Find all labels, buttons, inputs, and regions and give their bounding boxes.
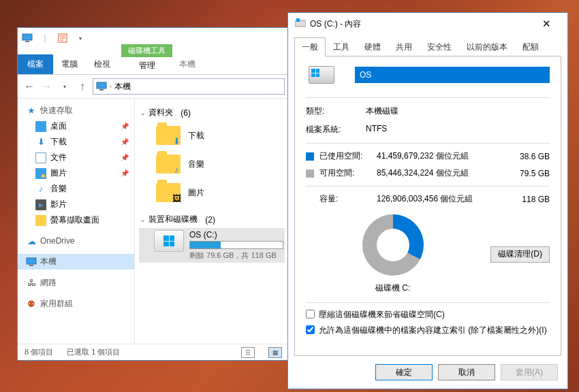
explorer-status-bar: 8 個項目 已選取 1 個項目 ☰ ▦ [18,344,289,360]
free-bytes: 85,446,324,224 個位元組 [377,167,492,179]
sidebar-onedrive[interactable]: ☁OneDrive [18,233,134,248]
picture-icon [35,168,46,179]
sidebar-homegroup[interactable]: ⚉家用群組 [18,296,134,312]
allow-indexing-checkbox[interactable] [306,325,315,334]
nav-forward-button[interactable]: → [40,79,54,94]
ribbon-contextual-label: 磁碟機工具 [121,44,172,57]
used-color-swatch [306,152,314,161]
compress-drive-checkbox-row[interactable]: 壓縮這個磁碟機來節省磁碟空間(C) [306,307,550,323]
view-icons-button[interactable]: ▦ [268,347,282,358]
properties-tab[interactable]: 一般 [294,37,326,56]
used-bytes: 41,459,679,232 個位元組 [377,150,492,162]
section-folders-header[interactable]: ⌄ 資料夾 (6) [139,104,285,121]
this-pc-icon [20,31,34,45]
section-devices-header[interactable]: ⌄ 裝置和磁碟機 (2) [139,211,285,228]
explorer-content: ⌄ 資料夾 (6) ⬇下載♪音樂🖼圖片 ⌄ 裝置和磁碟機 (2) OS (C:)… [135,99,289,344]
properties-tabs: 一般工具硬體共用安全性以前的版本配額 [288,37,567,56]
compress-drive-checkbox[interactable] [306,310,315,318]
status-item-count: 8 個項目 [25,347,53,357]
apply-button[interactable]: 套用(A) [501,364,558,380]
capacity-label: 容量: [319,193,377,205]
sidebar-item-label: 影片 [50,199,67,210]
ribbon-tab-manage[interactable]: 管理 [131,57,163,74]
ok-button[interactable]: 確定 [375,364,433,380]
allow-indexing-checkbox-row[interactable]: 允許為這個磁碟機中的檔案內容建立索引 (除了檔案屬性之外)(I) [306,323,550,338]
music-note-icon: ♪ [171,164,182,175]
explorer-sidebar: ★ 快速存取 桌面📌 ⬇下載📌 文件📌 圖片📌 ♪音樂 ▸影片 螢幕擷取畫面 ☁… [18,99,135,344]
properties-tab[interactable]: 安全性 [420,37,459,56]
drive-name-input[interactable] [355,67,550,83]
sidebar-item-screenshots[interactable]: 螢幕擷取畫面 [18,212,134,228]
properties-general-panel: 類型:本機磁碟 檔案系統:NTFS 已使用空間: 41,459,679,232 … [294,56,561,356]
folder-label: 圖片 [188,187,204,199]
dialog-titlebar[interactable]: OS (C:) - 內容 ✕ [288,13,567,35]
nav-back-button[interactable]: ← [22,79,37,94]
section-count: (6) [181,108,191,118]
svg-rect-3 [97,82,106,88]
download-icon: ⬇ [35,137,46,148]
address-location: 本機 [114,81,131,93]
down-arrow-icon: ⬇ [171,135,182,146]
folder-label: 下載 [188,130,204,142]
drive-name: OS (C:) [189,230,283,241]
sidebar-item-downloads[interactable]: ⬇下載📌 [18,134,134,150]
capacity-bytes: 126,906,003,456 個位元組 [377,193,492,205]
pin-icon: 📌 [121,138,129,146]
properties-tab[interactable]: 硬體 [357,37,388,56]
disk-cleanup-button[interactable]: 磁碟清理(D) [490,246,550,263]
desktop-icon [35,121,46,132]
ribbon-context-label: 本機 [172,52,202,74]
used-label: 已使用空間: [319,150,377,162]
svg-rect-1 [25,41,29,42]
properties-tab[interactable]: 共用 [388,37,420,56]
sidebar-label: OneDrive [40,236,75,246]
folder-item[interactable]: ⬇下載 [139,121,285,150]
sidebar-item-desktop[interactable]: 桌面📌 [18,118,134,134]
drive-icon [309,66,334,84]
sidebar-network[interactable]: 🖧網路 [18,275,134,291]
drive-item-c[interactable]: OS (C:) 剩餘 79.6 GB，共 118 GB [139,228,285,263]
donut-label: 磁碟機 C: [375,282,410,294]
sidebar-label: 家用群組 [40,298,73,310]
sidebar-item-pictures[interactable]: 圖片📌 [18,165,134,181]
ribbon-file-tab[interactable]: 檔案 [18,54,53,74]
folder-icon: ⬇ [154,123,183,148]
folder-item[interactable]: 🖼圖片 [139,178,285,207]
nav-recent-dropdown[interactable]: ▾ [57,79,72,94]
svg-rect-0 [22,34,32,40]
sidebar-item-videos[interactable]: ▸影片 [18,197,134,212]
sidebar-item-label: 圖片 [50,167,67,179]
properties-tab[interactable]: 以前的版本 [459,37,515,56]
ribbon-contextual-group: 磁碟機工具 管理 [121,44,172,74]
ribbon-tab-view[interactable]: 檢視 [86,54,119,74]
section-title: 裝置和磁碟機 [148,214,198,225]
drive-icon [154,230,184,252]
sidebar-this-pc[interactable]: 本機 [18,254,134,270]
sidebar-item-label: 桌面 [50,120,67,132]
used-space-row: 已使用空間: 41,459,679,232 個位元組 38.6 GB [306,148,550,165]
status-selection: 已選取 1 個項目 [67,347,120,357]
address-field[interactable]: › 本機 [93,78,285,95]
type-label: 類型: [306,105,366,117]
picture-icon: 🖼 [171,193,182,203]
sidebar-item-label: 下載 [50,136,67,148]
close-button[interactable]: ✕ [532,14,561,34]
sidebar-item-label: 音樂 [50,183,67,195]
used-gb: 38.6 GB [492,152,550,161]
folder-item[interactable]: ♪音樂 [139,150,285,178]
sidebar-quick-access[interactable]: ★ 快速存取 [18,103,134,118]
properties-tab[interactable]: 工具 [326,37,357,56]
nav-up-button[interactable]: ↑ [75,79,90,94]
sidebar-item-documents[interactable]: 文件📌 [18,150,134,165]
qat-dropdown-icon[interactable]: ▼ [74,31,87,45]
svg-rect-8 [296,18,300,22]
ribbon-tab-computer[interactable]: 電腦 [53,54,86,74]
this-pc-icon [26,257,37,267]
drive-free-text: 剩餘 79.6 GB，共 118 GB [189,250,283,261]
view-details-button[interactable]: ☰ [241,347,255,358]
qat-properties-icon[interactable] [56,31,69,45]
type-value: 本機磁碟 [366,105,550,117]
cancel-button[interactable]: 取消 [438,364,495,380]
properties-tab[interactable]: 配額 [515,37,546,56]
sidebar-item-music[interactable]: ♪音樂 [18,181,134,197]
